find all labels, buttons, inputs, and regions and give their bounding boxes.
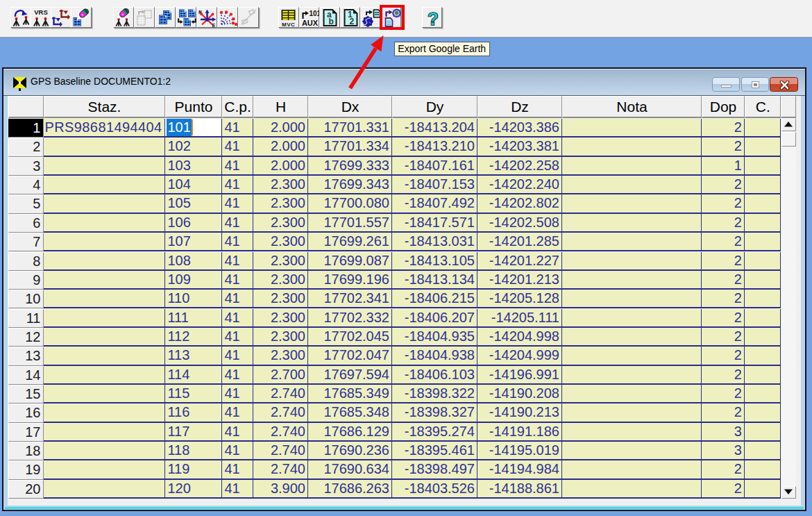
svg-text:E: E: [212, 22, 216, 28]
svg-text:b: b: [329, 17, 334, 26]
svg-text:VRS: VRS: [34, 8, 48, 16]
svg-text:AUX: AUX: [301, 19, 318, 27]
svg-text:?: ?: [428, 8, 439, 29]
svg-text:101: 101: [309, 10, 319, 17]
svg-text:MVC: MVC: [282, 22, 295, 27]
svg-text:2: 2: [349, 17, 354, 26]
